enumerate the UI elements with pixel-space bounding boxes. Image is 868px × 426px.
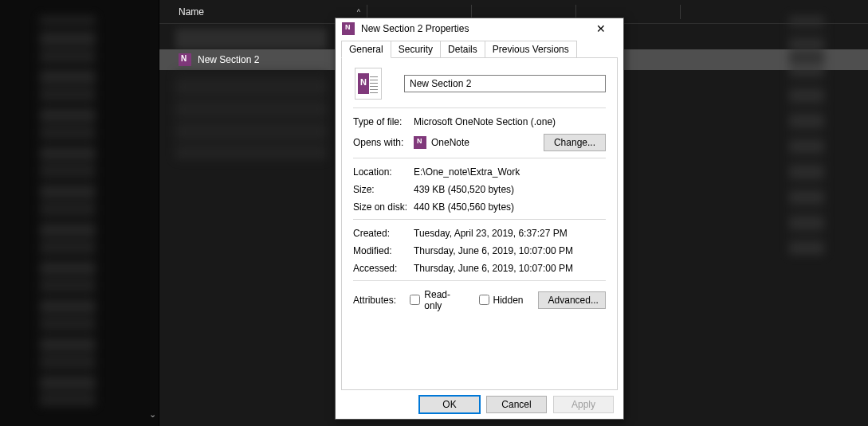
type-value: Microsoft OneNote Section (.one) [414,116,606,127]
opens-with-label: Opens with: [353,137,414,148]
separator [353,158,606,158]
hidden-checkbox-label: Hidden [493,295,524,306]
close-button[interactable]: ✕ [585,22,617,35]
file-rows-obscured [175,72,327,159]
attributes-row: Attributes: Read-only Hidden Advanced... [353,289,606,311]
type-label: Type of file: [353,116,414,127]
filename-input[interactable] [404,75,606,92]
tab-general-body: Type of file: Microsoft OneNote Section … [341,57,618,390]
file-type-large-icon [355,68,382,100]
column-header-name[interactable]: Name ^ [159,6,367,18]
hidden-checkbox-input[interactable] [479,295,489,305]
filename-row [353,68,606,100]
size-value: 439 KB (450,520 bytes) [414,184,606,195]
type-row: Type of file: Microsoft OneNote Section … [353,116,606,127]
tab-previous-versions[interactable]: Previous Versions [485,41,577,57]
file-name-label: New Section 2 [198,54,259,65]
dialog-footer: OK Cancel Apply [336,390,623,419]
location-label: Location: [353,166,414,178]
modified-label: Modified: [353,245,414,256]
separator [353,107,606,108]
modified-value: Thursday, June 6, 2019, 10:07:00 PM [414,245,606,256]
properties-dialog: New Section 2 Properties ✕ General Secur… [335,18,624,420]
window-edge [0,0,16,426]
accessed-row: Accessed: Thursday, June 6, 2019, 10:07:… [353,263,606,274]
separator [353,219,606,220]
hidden-checkbox[interactable]: Hidden [479,295,524,306]
location-row: Location: E:\One_note\Extra_Work [353,166,606,178]
column-divider[interactable] [471,5,472,19]
created-row: Created: Tuesday, April 23, 2019, 6:37:2… [353,228,606,239]
tab-details[interactable]: Details [440,41,485,57]
nav-tree-obscured [40,16,96,406]
navigation-pane[interactable]: ⌄ [16,0,159,426]
accessed-label: Accessed: [353,263,414,274]
ok-button[interactable]: OK [419,396,480,413]
onenote-small-icon [414,136,426,149]
column-divider[interactable] [367,5,367,19]
advanced-button[interactable]: Advanced... [538,291,606,309]
opens-with-row: Opens with: OneNote Change... [353,134,606,151]
tab-security[interactable]: Security [391,41,441,57]
tab-strip: General Security Details Previous Versio… [341,41,618,57]
size-on-disk-row: Size on disk: 440 KB (450,560 bytes) [353,201,606,213]
created-value: Tuesday, April 23, 2019, 6:37:27 PM [414,228,606,239]
sort-indicator-icon: ^ [357,8,360,16]
opens-with-value: OneNote [431,137,469,148]
attributes-label: Attributes: [353,295,410,306]
file-row-obscured [175,29,327,49]
readonly-checkbox-label: Read-only [424,289,464,311]
column-divider[interactable] [680,5,681,19]
onenote-app-icon [342,22,355,35]
apply-button: Apply [553,396,614,413]
nav-scroll-down-icon[interactable]: ⌄ [146,409,159,420]
location-value: E:\One_note\Extra_Work [414,166,606,178]
column-divider[interactable] [575,5,576,19]
column-header-name-label: Name [179,6,204,18]
size-on-disk-label: Size on disk: [353,201,414,213]
size-label: Size: [353,184,414,195]
column-data-obscured [789,16,824,255]
cancel-button[interactable]: Cancel [486,396,547,413]
size-on-disk-value: 440 KB (450,560 bytes) [414,201,606,213]
onenote-file-icon [179,53,191,66]
dialog-titlebar[interactable]: New Section 2 Properties ✕ [336,18,623,39]
created-label: Created: [353,228,414,239]
separator [353,280,606,281]
readonly-checkbox[interactable]: Read-only [410,289,464,311]
change-button[interactable]: Change... [544,134,606,151]
size-row: Size: 439 KB (450,520 bytes) [353,184,606,195]
readonly-checkbox-input[interactable] [410,295,420,305]
modified-row: Modified: Thursday, June 6, 2019, 10:07:… [353,245,606,256]
tab-container: General Security Details Previous Versio… [336,39,623,390]
tab-general[interactable]: General [341,41,391,58]
dialog-title: New Section 2 Properties [361,23,585,34]
accessed-value: Thursday, June 6, 2019, 10:07:00 PM [414,263,606,274]
